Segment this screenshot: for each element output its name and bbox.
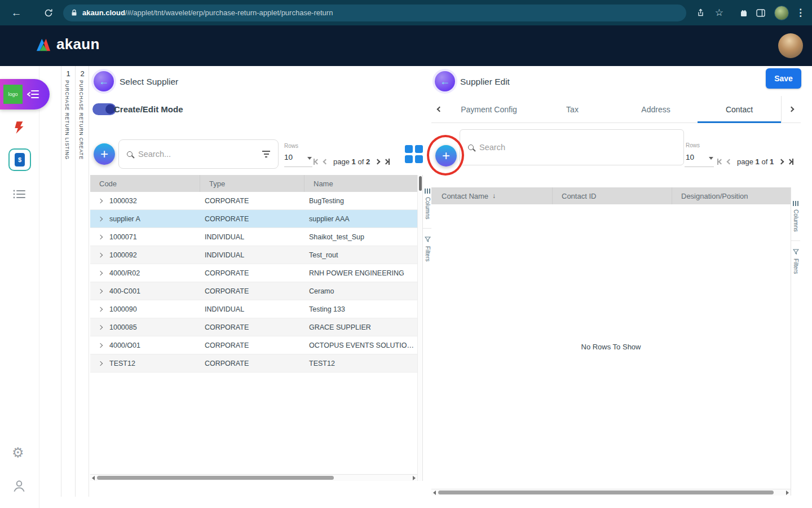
- create-edit-mode-toggle[interactable]: [92, 103, 116, 115]
- vertical-tab-1-number[interactable]: 1: [61, 69, 75, 78]
- address-bar[interactable]: akaun.cloud/#/applet/tnt/wavelet/erp/pur…: [63, 5, 686, 21]
- first-page-button[interactable]: [717, 159, 723, 165]
- rows-label: Rows: [284, 143, 298, 149]
- url-host: akaun.cloud: [82, 8, 125, 17]
- share-icon[interactable]: [696, 8, 705, 17]
- table-row-selected[interactable]: supplier A CORPORATEsupplier AAA: [90, 210, 417, 228]
- horizontal-scrollbar[interactable]: [431, 489, 791, 496]
- row-expand-icon[interactable]: [98, 252, 103, 257]
- sort-desc-icon[interactable]: ↓: [492, 192, 496, 200]
- row-expand-icon[interactable]: [98, 198, 103, 203]
- vertical-tab-purchase-return-listing[interactable]: PURCHASE RETURN LISTING: [64, 80, 70, 160]
- supplier-edit-back-button[interactable]: ←: [435, 71, 455, 91]
- side-panel-icon[interactable]: [756, 9, 765, 17]
- settings-gear-icon[interactable]: ⚙: [12, 445, 24, 461]
- supplier-search-input[interactable]: [138, 150, 258, 159]
- header-code[interactable]: Code: [90, 175, 200, 192]
- row-expand-icon[interactable]: [98, 270, 103, 275]
- rows-per-page-select[interactable]: 10: [686, 153, 694, 161]
- last-page-button[interactable]: [788, 159, 793, 165]
- add-supplier-button[interactable]: +: [94, 143, 115, 165]
- save-button[interactable]: Save: [766, 68, 801, 89]
- scroll-left-icon[interactable]: [433, 491, 436, 495]
- header-designation-position[interactable]: Designation/Position: [672, 187, 791, 204]
- table-row[interactable]: TEST12 CORPORATETEST12: [90, 354, 417, 373]
- browser-menu-icon[interactable]: ⋮: [796, 7, 805, 19]
- sidebar-applet-pill[interactable]: logo: [0, 79, 50, 110]
- header-contact-name[interactable]: Contact Name ↓: [431, 187, 553, 204]
- table-row[interactable]: 1000092 INDIVIDUALTest_rout: [90, 246, 417, 264]
- first-page-button[interactable]: [314, 159, 319, 165]
- grid-view-button[interactable]: [405, 145, 423, 163]
- row-expand-icon[interactable]: [98, 361, 103, 365]
- browser-toolbar: ← akaun.cloud/#/applet/tnt/wavelet/erp/p…: [0, 0, 812, 25]
- table-row[interactable]: 4000/O01 CORPORATEOCTOPUS EVENTS SOLUTIO…: [90, 336, 417, 354]
- next-page-button[interactable]: [376, 160, 379, 164]
- applet-red-icon[interactable]: [12, 120, 27, 135]
- active-tab-underline: [698, 121, 781, 123]
- row-expand-icon[interactable]: [98, 343, 103, 347]
- user-avatar[interactable]: [778, 33, 803, 58]
- filters-icon: [425, 237, 431, 243]
- table-row[interactable]: 400-C001 CORPORATECeramo: [90, 282, 417, 300]
- scrollbar-thumb[interactable]: [97, 476, 334, 480]
- rows-underline: [685, 167, 714, 167]
- table-row[interactable]: 1000085 CORPORATEGRACE SUPPLIER: [90, 318, 417, 336]
- applet-invoice-icon[interactable]: $: [8, 148, 31, 171]
- rows-per-page-select[interactable]: 10: [284, 153, 293, 161]
- tab-tax[interactable]: Tax: [531, 96, 614, 122]
- columns-tool-button[interactable]: Columns: [425, 197, 431, 219]
- contact-search-input[interactable]: [479, 143, 683, 152]
- bookmark-star-icon[interactable]: ☆: [715, 7, 723, 19]
- dropdown-caret-icon[interactable]: [709, 157, 713, 160]
- scrollbar-thumb[interactable]: [438, 491, 774, 494]
- extensions-icon[interactable]: [739, 8, 748, 17]
- supplier-table-header: Code Type Name: [90, 175, 417, 192]
- browser-profile-avatar[interactable]: [774, 6, 789, 20]
- scroll-left-icon[interactable]: [92, 476, 95, 480]
- tab-contact[interactable]: Contact: [698, 96, 781, 122]
- prev-page-button[interactable]: [324, 160, 328, 164]
- prev-page-button[interactable]: [727, 160, 731, 164]
- vertical-scrollbar[interactable]: [417, 175, 422, 481]
- row-expand-icon[interactable]: [98, 325, 103, 329]
- horizontal-scrollbar[interactable]: [90, 474, 417, 481]
- table-row[interactable]: 4000/R02 CORPORATERNH POWER ENGINEERING: [90, 264, 417, 282]
- back-arrow-icon: ←: [440, 76, 450, 87]
- browser-reload-icon[interactable]: [44, 8, 53, 17]
- filters-tool-button[interactable]: Filters: [793, 259, 799, 274]
- next-page-button[interactable]: [779, 160, 783, 164]
- row-expand-icon[interactable]: [98, 216, 103, 221]
- last-page-button[interactable]: [384, 159, 390, 165]
- tabs-scroll-left-icon[interactable]: [431, 96, 447, 122]
- list-menu-icon[interactable]: [12, 189, 26, 200]
- row-expand-icon[interactable]: [98, 234, 103, 239]
- header-contact-id[interactable]: Contact ID: [553, 187, 672, 204]
- scrollbar-thumb[interactable]: [419, 176, 422, 191]
- filter-list-icon[interactable]: [262, 151, 270, 157]
- collapse-menu-icon[interactable]: [27, 90, 39, 99]
- row-expand-icon[interactable]: [98, 288, 103, 293]
- row-expand-icon[interactable]: [98, 306, 103, 311]
- scroll-right-icon[interactable]: [413, 476, 416, 480]
- vertical-tab-2-number[interactable]: 2: [76, 69, 89, 78]
- vertical-tab-purchase-return-create[interactable]: PURCHASE RETURN CREATE: [78, 80, 84, 160]
- profile-person-icon[interactable]: [12, 479, 27, 493]
- tab-payment-config[interactable]: Payment Config: [447, 96, 531, 122]
- tabs-scroll-right-icon[interactable]: [781, 96, 801, 122]
- header-type[interactable]: Type: [200, 175, 304, 192]
- dropdown-caret-icon[interactable]: [307, 157, 312, 160]
- browser-back-icon[interactable]: ←: [10, 7, 23, 19]
- app-logo[interactable]: akaun: [35, 36, 100, 53]
- table-row[interactable]: 1000071 INDIVIDUALShaikot_test_Sup: [90, 228, 417, 246]
- scroll-right-icon[interactable]: [786, 491, 789, 495]
- header-name[interactable]: Name: [304, 175, 417, 192]
- select-supplier-back-button[interactable]: ←: [94, 71, 114, 91]
- table-row[interactable]: 1000032 CORPORATEBugTesting: [90, 192, 417, 210]
- empty-table-message: No Rows To Show: [431, 204, 791, 489]
- left-pagination: page 1 of 2: [314, 157, 390, 166]
- columns-tool-button[interactable]: Columns: [793, 209, 799, 231]
- table-row[interactable]: 1000090 INDIVIDUALTesting 133: [90, 300, 417, 318]
- tab-address[interactable]: Address: [614, 96, 698, 122]
- filters-tool-button[interactable]: Filters: [425, 246, 431, 261]
